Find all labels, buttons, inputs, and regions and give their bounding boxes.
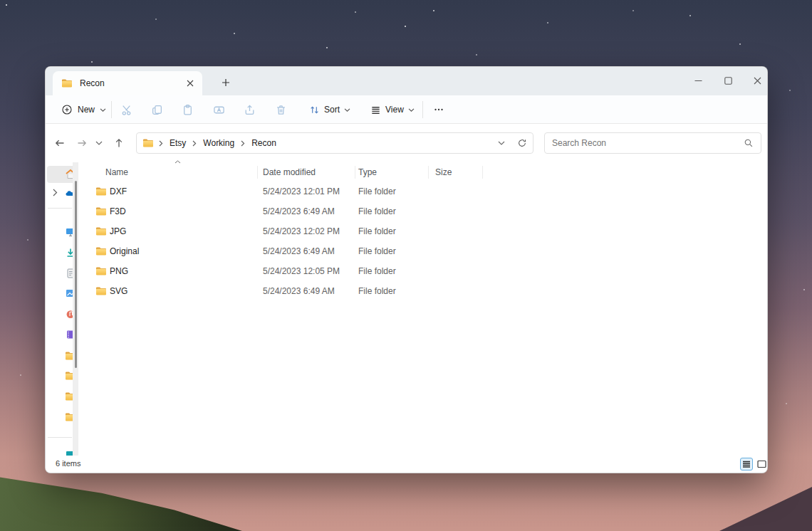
recent-locations-button[interactable] <box>90 133 108 153</box>
sidebar-divider <box>48 437 72 438</box>
column-header-size[interactable]: Size <box>435 167 452 177</box>
column-separator[interactable] <box>355 166 355 179</box>
column-headers: Name Date modified Type Size <box>79 163 767 182</box>
maximize-button[interactable] <box>712 67 744 94</box>
back-button[interactable] <box>50 133 70 153</box>
file-type: File folder <box>358 226 396 236</box>
more-options-button[interactable] <box>427 98 451 121</box>
cut-button[interactable] <box>114 98 138 121</box>
desktop-wallpaper: Recon New <box>0 0 812 531</box>
minimize-button[interactable] <box>682 67 714 94</box>
plus-icon <box>222 78 230 87</box>
column-separator[interactable] <box>257 166 258 179</box>
share-button[interactable] <box>237 98 261 121</box>
breadcrumb-separator-icon <box>159 140 163 147</box>
forward-button[interactable] <box>72 133 92 153</box>
file-name: Original <box>110 246 139 256</box>
file-type: File folder <box>358 186 396 196</box>
folder-icon <box>95 226 107 237</box>
copy-button[interactable] <box>145 98 169 121</box>
wallpaper-hill <box>0 466 242 531</box>
maximize-icon <box>724 77 732 85</box>
chevron-down-icon <box>408 107 415 112</box>
explorer-tab[interactable]: Recon <box>53 71 202 95</box>
tab-title: Recon <box>80 78 184 88</box>
address-bar[interactable]: Etsy Working Recon <box>136 132 533 154</box>
back-arrow-icon <box>54 137 66 149</box>
items-count: 6 items <box>56 459 80 468</box>
chevron-down-icon <box>95 140 103 146</box>
column-header-name[interactable]: Name <box>105 167 128 177</box>
file-name: PNG <box>110 266 128 276</box>
sort-button[interactable]: Sort <box>303 100 356 120</box>
wallpaper-stars <box>6 4 7 6</box>
file-name: SVG <box>110 286 127 296</box>
thumbnail-view-toggle[interactable] <box>755 458 768 470</box>
refresh-icon[interactable] <box>517 138 527 148</box>
folder-icon <box>95 206 107 217</box>
delete-icon <box>275 104 287 116</box>
close-button[interactable] <box>741 67 768 94</box>
folder-icon <box>95 266 107 277</box>
up-button[interactable] <box>109 133 129 153</box>
file-row[interactable]: PNG 5/24/2023 12:05 PM File folder <box>79 261 763 281</box>
new-tab-button[interactable] <box>217 74 235 91</box>
breadcrumb-segment[interactable]: Recon <box>250 138 278 148</box>
file-row[interactable]: DXF 5/24/2023 12:01 PM File folder <box>79 182 763 201</box>
file-date-modified: 5/24/2023 12:02 PM <box>263 226 340 236</box>
file-type: File folder <box>358 246 396 256</box>
new-button[interactable]: New <box>56 100 112 120</box>
minimize-icon <box>694 77 702 85</box>
wallpaper-mountain <box>719 487 812 531</box>
search-input[interactable] <box>552 138 744 148</box>
file-explorer-window: Recon New <box>45 66 768 473</box>
paste-button[interactable] <box>175 98 199 121</box>
breadcrumb-separator-icon <box>241 140 245 147</box>
breadcrumb-segment[interactable]: Working <box>202 138 236 148</box>
sidebar-scrollbar-thumb[interactable] <box>75 181 77 368</box>
navigation-pane <box>46 162 79 457</box>
file-date-modified: 5/24/2023 6:49 AM <box>263 246 335 256</box>
file-row[interactable]: JPG 5/24/2023 12:02 PM File folder <box>79 221 763 241</box>
folder-icon <box>95 285 107 297</box>
column-header-type[interactable]: Type <box>358 167 377 177</box>
file-row[interactable]: SVG 5/24/2023 6:49 AM File folder <box>79 281 763 301</box>
close-icon <box>754 77 761 85</box>
status-bar: 6 items <box>46 456 767 473</box>
tab-close-icon[interactable] <box>184 77 197 90</box>
expand-chevron-icon[interactable] <box>53 189 58 196</box>
new-button-label: New <box>78 105 95 115</box>
breadcrumb-segment[interactable]: Etsy <box>168 138 187 148</box>
thumbnail-view-icon <box>757 460 766 468</box>
file-date-modified: 5/24/2023 6:49 AM <box>263 206 335 216</box>
rename-icon <box>213 104 225 116</box>
details-view-toggle[interactable] <box>740 458 753 470</box>
address-dropdown-chevron-icon[interactable] <box>498 140 505 146</box>
rename-button[interactable] <box>207 98 231 121</box>
column-separator[interactable] <box>428 166 429 179</box>
column-separator[interactable] <box>482 166 483 179</box>
folder-icon <box>142 137 154 149</box>
details-view-icon <box>742 460 751 468</box>
file-row[interactable]: Original 5/24/2023 6:49 AM File folder <box>79 241 763 261</box>
file-name: F3D <box>110 206 126 216</box>
search-box[interactable] <box>544 132 761 154</box>
file-name: JPG <box>110 226 126 236</box>
forward-arrow-icon <box>76 137 88 149</box>
file-row[interactable]: F3D 5/24/2023 6:49 AM File folder <box>79 201 763 221</box>
view-button[interactable]: View <box>365 100 420 120</box>
file-list: Name Date modified Type Size DXF 5/24/20… <box>79 162 767 457</box>
column-header-date-modified[interactable]: Date modified <box>263 167 316 177</box>
command-toolbar: New <box>46 95 767 124</box>
file-date-modified: 5/24/2023 12:01 PM <box>263 186 340 196</box>
sidebar-divider <box>48 208 72 209</box>
sort-ascending-caret-icon <box>175 160 181 164</box>
toolbar-divider <box>111 101 112 118</box>
sort-button-label: Sort <box>324 105 340 115</box>
view-button-label: View <box>385 105 404 115</box>
view-lines-icon <box>370 105 381 115</box>
file-type: File folder <box>358 286 396 296</box>
chevron-down-icon <box>100 107 106 112</box>
delete-button[interactable] <box>269 98 293 121</box>
more-ellipsis-icon <box>433 104 444 115</box>
